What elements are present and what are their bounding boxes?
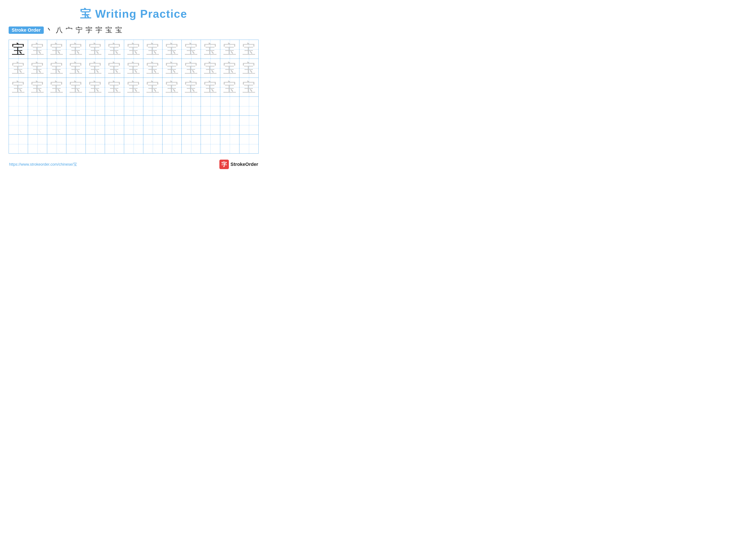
grid-cell[interactable] xyxy=(47,135,67,154)
grid-cell[interactable]: 宝 xyxy=(201,78,220,97)
grid-cell[interactable]: 宝 xyxy=(182,40,201,59)
grid-cell[interactable] xyxy=(162,116,182,135)
grid-cell[interactable]: 宝 xyxy=(86,40,105,59)
grid-cell[interactable]: 宝 xyxy=(162,78,182,97)
stroke-8: 宝 xyxy=(115,25,122,35)
grid-cell[interactable] xyxy=(124,97,143,116)
grid-cell[interactable]: 宝 xyxy=(143,40,162,59)
grid-row-1: 宝 宝 宝 宝 宝 宝 宝 宝 宝 宝 宝 宝 宝 xyxy=(9,40,258,59)
logo-icon: 字 xyxy=(219,160,229,169)
grid-cell[interactable] xyxy=(105,135,124,154)
grid-cell[interactable] xyxy=(47,116,67,135)
grid-cell[interactable] xyxy=(239,135,258,154)
grid-cell[interactable] xyxy=(9,97,28,116)
char-display: 宝 xyxy=(204,42,217,57)
grid-cell[interactable] xyxy=(47,97,67,116)
char-display: 宝 xyxy=(223,61,236,76)
grid-cell[interactable] xyxy=(201,116,220,135)
grid-cell[interactable]: 宝 xyxy=(67,59,86,78)
grid-cell[interactable]: 宝 xyxy=(239,78,258,97)
char-display: 宝 xyxy=(31,61,44,76)
char-display: 宝 xyxy=(127,61,140,76)
grid-cell[interactable] xyxy=(28,97,47,116)
page-title: 宝 Writing Practice xyxy=(9,7,258,21)
grid-cell[interactable] xyxy=(201,97,220,116)
grid-cell[interactable] xyxy=(220,116,239,135)
grid-cell[interactable]: 宝 xyxy=(182,78,201,97)
grid-cell[interactable] xyxy=(124,116,143,135)
grid-cell[interactable]: 宝 xyxy=(124,40,143,59)
grid-cell[interactable]: 宝 xyxy=(162,59,182,78)
grid-cell[interactable]: 宝 xyxy=(28,59,47,78)
grid-cell[interactable]: 宝 xyxy=(220,59,239,78)
grid-cell[interactable]: 宝 xyxy=(9,59,28,78)
grid-cell[interactable] xyxy=(67,116,86,135)
grid-cell[interactable] xyxy=(28,116,47,135)
grid-cell[interactable]: 宝 xyxy=(28,78,47,97)
grid-cell[interactable]: 宝 xyxy=(182,59,201,78)
grid-cell[interactable]: 宝 xyxy=(124,78,143,97)
stroke-3: 宀 xyxy=(66,25,73,35)
grid-cell[interactable] xyxy=(162,135,182,154)
stroke-5: 宇 xyxy=(86,25,93,35)
grid-cell[interactable] xyxy=(143,135,162,154)
grid-cell[interactable] xyxy=(239,97,258,116)
char-display: 宝 xyxy=(146,42,159,57)
char-display: 宝 xyxy=(242,42,256,57)
grid-cell[interactable]: 宝 xyxy=(124,59,143,78)
grid-cell[interactable] xyxy=(239,116,258,135)
grid-cell[interactable] xyxy=(105,116,124,135)
grid-cell[interactable]: 宝 xyxy=(67,40,86,59)
grid-cell[interactable]: 宝 xyxy=(9,40,28,59)
grid-cell[interactable] xyxy=(182,116,201,135)
grid-cell[interactable]: 宝 xyxy=(9,78,28,97)
grid-cell[interactable] xyxy=(86,135,105,154)
grid-cell[interactable] xyxy=(67,135,86,154)
grid-cell[interactable]: 宝 xyxy=(67,78,86,97)
grid-cell[interactable]: 宝 xyxy=(105,40,124,59)
grid-cell[interactable]: 宝 xyxy=(220,78,239,97)
grid-cell[interactable] xyxy=(162,97,182,116)
grid-cell[interactable] xyxy=(86,116,105,135)
grid-cell[interactable]: 宝 xyxy=(143,78,162,97)
grid-cell[interactable] xyxy=(182,135,201,154)
grid-cell[interactable]: 宝 xyxy=(47,40,67,59)
grid-cell[interactable] xyxy=(9,135,28,154)
grid-cell[interactable] xyxy=(220,135,239,154)
grid-cell[interactable] xyxy=(143,97,162,116)
footer-url[interactable]: https://www.strokeorder.com/chinese/宝 xyxy=(9,162,77,167)
grid-cell[interactable] xyxy=(28,135,47,154)
grid-cell[interactable]: 宝 xyxy=(201,59,220,78)
grid-cell[interactable] xyxy=(201,135,220,154)
grid-cell[interactable]: 宝 xyxy=(239,59,258,78)
grid-cell[interactable]: 宝 xyxy=(143,59,162,78)
char-display: 宝 xyxy=(127,80,140,94)
grid-row-5 xyxy=(9,116,258,135)
grid-cell[interactable] xyxy=(67,97,86,116)
char-display: 宝 xyxy=(223,42,236,57)
grid-cell[interactable]: 宝 xyxy=(105,78,124,97)
grid-cell[interactable]: 宝 xyxy=(47,59,67,78)
grid-cell[interactable]: 宝 xyxy=(105,59,124,78)
stroke-6: 宇 xyxy=(95,25,102,35)
footer-logo: 字 StrokeOrder xyxy=(219,160,258,169)
grid-cell[interactable]: 宝 xyxy=(86,59,105,78)
grid-cell[interactable] xyxy=(86,97,105,116)
grid-cell[interactable]: 宝 xyxy=(239,40,258,59)
grid-cell[interactable]: 宝 xyxy=(86,78,105,97)
grid-cell[interactable]: 宝 xyxy=(28,40,47,59)
char-display: 宝 xyxy=(31,80,44,94)
grid-cell[interactable] xyxy=(182,97,201,116)
grid-cell[interactable]: 宝 xyxy=(162,40,182,59)
grid-cell[interactable]: 宝 xyxy=(47,78,67,97)
grid-cell[interactable] xyxy=(9,116,28,135)
grid-cell[interactable] xyxy=(124,135,143,154)
char-display: 宝 xyxy=(204,80,217,94)
grid-cell[interactable] xyxy=(143,116,162,135)
grid-cell[interactable]: 宝 xyxy=(220,40,239,59)
char-display: 宝 xyxy=(50,61,63,76)
grid-cell[interactable] xyxy=(220,97,239,116)
grid-cell[interactable] xyxy=(105,97,124,116)
char-display: 宝 xyxy=(242,61,256,76)
grid-cell[interactable]: 宝 xyxy=(201,40,220,59)
